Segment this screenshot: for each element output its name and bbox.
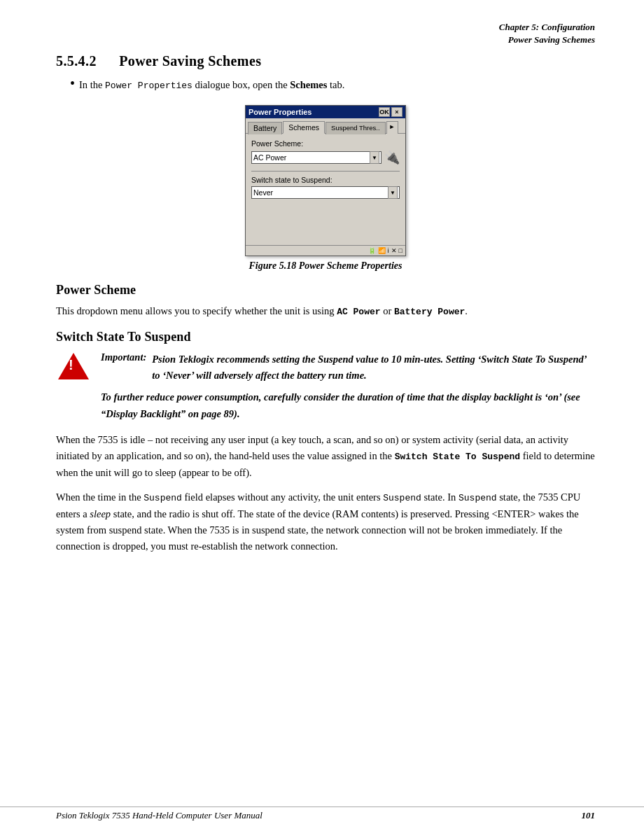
callout-icon xyxy=(56,351,91,379)
dialog-statusbar: 🔋 📶 i ✕ □ xyxy=(246,245,405,256)
dialog-separator xyxy=(251,171,400,172)
page-header: Chapter 5: Configuration Power Saving Sc… xyxy=(56,21,595,46)
tab-battery[interactable]: Battery xyxy=(248,122,282,134)
callout-label: Important: xyxy=(101,351,146,384)
sleep-italic: sleep xyxy=(90,508,111,519)
dialog-spacer xyxy=(251,204,400,239)
status-icon-4: ✕ xyxy=(391,247,397,254)
plug-icon: 🔌 xyxy=(384,150,400,165)
section-number: 5.5.4.2 xyxy=(56,53,97,69)
footer-page-number: 101 xyxy=(582,810,596,821)
suspend-mono-3: Suspend xyxy=(458,493,497,503)
battery-power-bold: Battery Power xyxy=(394,307,465,317)
bullet-dot: • xyxy=(70,76,75,90)
callout-row: Important: Psion Teklogix recommends set… xyxy=(56,351,595,422)
warning-triangle-icon xyxy=(58,353,89,379)
power-scheme-row: AC Power ▼ 🔌 xyxy=(251,150,400,165)
dialog-titlebar: Power Properties OK × xyxy=(246,106,405,118)
suspend-mono-2: Suspend xyxy=(383,493,421,503)
chapter-line: Chapter 5: Configuration xyxy=(56,21,595,34)
status-icon-5: □ xyxy=(399,247,402,254)
status-icon-1: 🔋 xyxy=(368,247,376,254)
section-title: Power Saving Schemes xyxy=(119,53,261,69)
bullet-text: In the Power Properties dialogue box, op… xyxy=(79,77,344,94)
suspend-mono-1: Suspend xyxy=(144,493,182,503)
power-scheme-heading: Power Scheme xyxy=(56,283,595,298)
figure-caption: Figure 5.18 Power Scheme Properties xyxy=(56,260,595,272)
power-scheme-dropdown-arrow[interactable]: ▼ xyxy=(370,151,379,164)
dialog-tabs: Battery Schemes Suspend Thres.. ► xyxy=(246,118,405,134)
switch-state-para1: When the 7535 is idle – not receiving an… xyxy=(56,432,595,481)
switch-value: Never xyxy=(253,188,273,197)
dialog-container: Power Properties OK × Battery Schemes Su… xyxy=(56,105,595,256)
callout-text-2: To further reduce power consumption, car… xyxy=(101,389,595,421)
tab-scroll-right[interactable]: ► xyxy=(386,121,398,134)
tab-schemes[interactable]: Schemes xyxy=(283,121,325,134)
ac-power-bold: AC Power xyxy=(337,307,380,317)
switch-state-para2: When the time in the Suspend field elaps… xyxy=(56,489,595,554)
callout-text-1: Psion Teklogix recommends setting the Su… xyxy=(152,351,595,384)
footer-left: Psion Teklogix 7535 Hand-Held Computer U… xyxy=(56,810,262,821)
switch-state-mono: Switch State To Suspend xyxy=(395,452,520,462)
dialog-titlebar-buttons: OK × xyxy=(379,107,402,117)
schemes-bold: Schemes xyxy=(290,79,327,90)
switch-dropdown-arrow[interactable]: ▼ xyxy=(388,186,398,199)
dialog-title: Power Properties xyxy=(248,108,312,116)
switch-state-heading: Switch State To Suspend xyxy=(56,330,595,344)
dialog-close-button[interactable]: × xyxy=(391,107,402,117)
callout-content: Important: Psion Teklogix recommends set… xyxy=(101,351,595,422)
dialog-ok-button[interactable]: OK xyxy=(379,107,390,117)
power-scheme-select[interactable]: AC Power ▼ xyxy=(251,151,382,164)
callout-first-para: Important: Psion Teklogix recommends set… xyxy=(101,351,595,384)
switch-label: Switch state to Suspend: xyxy=(251,176,400,184)
dialog-box: Power Properties OK × Battery Schemes Su… xyxy=(245,105,406,256)
power-properties-mono: Power Properties xyxy=(105,81,192,91)
section-line: Power Saving Schemes xyxy=(56,34,595,46)
switch-row: Never ▼ xyxy=(251,186,400,199)
status-icon-3: i xyxy=(388,247,389,254)
section-heading: 5.5.4.2 Power Saving Schemes xyxy=(56,53,595,69)
power-scheme-value: AC Power xyxy=(253,153,286,162)
bullet-intro: • In the Power Properties dialogue box, … xyxy=(70,76,595,94)
power-scheme-label: Power Scheme: xyxy=(251,139,400,148)
status-icon-2: 📶 xyxy=(378,247,386,254)
tab-suspend-thres[interactable]: Suspend Thres.. xyxy=(326,122,386,134)
dialog-body: Power Scheme: AC Power ▼ 🔌 Switch state … xyxy=(246,134,405,245)
page-container: Chapter 5: Configuration Power Saving Sc… xyxy=(0,0,644,838)
power-scheme-body: This dropdown menu allows you to specify… xyxy=(56,303,595,320)
page-footer: Psion Teklogix 7535 Hand-Held Computer U… xyxy=(0,806,644,821)
switch-select[interactable]: Never ▼ xyxy=(251,186,400,199)
